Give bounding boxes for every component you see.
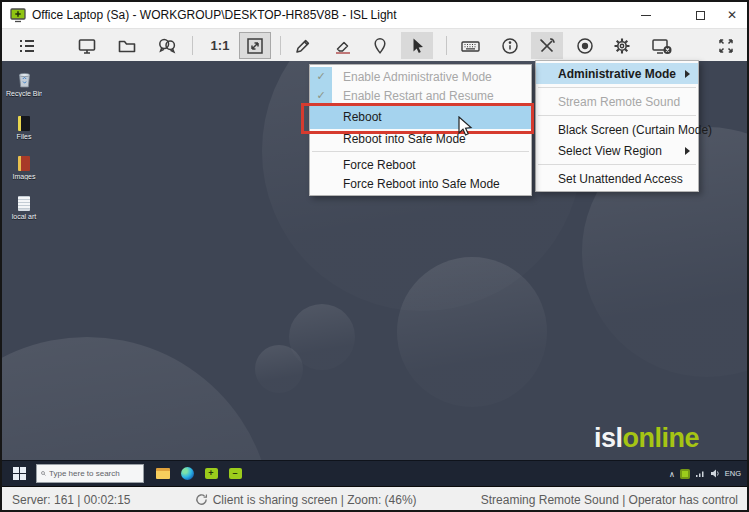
menu-item-label: Select View Region <box>558 144 662 158</box>
taskbar-isl-light-button[interactable]: + <box>199 461 223 487</box>
desktop-icon-images[interactable]: Images <box>6 153 42 180</box>
marker-button[interactable] <box>364 32 396 59</box>
menu-item-label: Enable Administrative Mode <box>332 67 492 86</box>
document-icon <box>18 196 30 211</box>
keyboard-button[interactable] <box>454 32 486 59</box>
desktop-view-button[interactable] <box>71 32 103 59</box>
menu-item-enable-restart-and-resume: ✓ Enable Restart and Resume <box>310 86 531 105</box>
status-sharing-info: Client is sharing screen | Zoom: (46%) <box>195 493 417 507</box>
minimize-button[interactable] <box>630 2 662 28</box>
background-circle <box>255 345 303 393</box>
tools-dropdown-menu: Administrative Mode Stream Remote Sound … <box>535 60 699 192</box>
isl-alwayson-icon: – <box>229 468 242 479</box>
fit-to-screen-button[interactable] <box>239 32 271 59</box>
menu-item-label: Reboot <box>332 105 382 129</box>
keyboard-icon <box>460 36 481 56</box>
tray-chevron-icon[interactable]: ∧ <box>669 470 675 479</box>
taskbar-file-explorer-button[interactable] <box>151 461 175 487</box>
checkmark-icon: ✓ <box>310 67 332 86</box>
chat-button[interactable] <box>151 32 183 59</box>
chat-bubbles-icon <box>157 36 177 56</box>
menu-item-black-screen[interactable]: Black Screen (Curtain Mode) <box>536 119 698 140</box>
desktop-icon-files[interactable]: Files <box>6 113 42 140</box>
session-menu-button[interactable] <box>11 32 43 59</box>
cursor-arrow-icon <box>407 36 427 56</box>
file-transfer-button[interactable] <box>111 32 143 59</box>
menu-item-reboot-into-safe-mode[interactable]: Reboot into Safe Mode <box>310 129 531 148</box>
edge-browser-icon <box>181 467 194 480</box>
disconnect-button[interactable] <box>646 32 678 59</box>
zoom-1to1-button[interactable]: 1:1 <box>204 32 236 59</box>
maximize-icon <box>696 11 705 20</box>
maximize-button[interactable] <box>684 2 716 28</box>
file-explorer-icon <box>156 468 170 479</box>
isl-app-icon <box>10 7 26 23</box>
tray-isl-icon[interactable] <box>680 469 690 479</box>
erase-button[interactable] <box>327 32 359 59</box>
system-tray: ∧ ENG <box>669 469 747 479</box>
submenu-arrow-icon <box>685 147 690 155</box>
menu-separator <box>538 164 696 165</box>
windows-logo-icon <box>13 467 26 480</box>
menu-item-stream-remote-sound: Stream Remote Sound <box>536 91 698 112</box>
submenu-arrow-icon <box>685 70 690 78</box>
taskbar-isl-alwayson-button[interactable]: – <box>223 461 247 487</box>
menu-item-label: Reboot into Safe Mode <box>332 129 466 148</box>
menu-item-label: Enable Restart and Resume <box>332 86 494 105</box>
scale-arrow-icon <box>245 36 265 56</box>
record-button[interactable] <box>569 32 601 59</box>
menu-item-select-view-region[interactable]: Select View Region <box>536 140 698 161</box>
menu-item-administrative-mode[interactable]: Administrative Mode <box>536 63 698 84</box>
menu-item-label: Set Unattended Access <box>558 172 683 186</box>
search-input[interactable] <box>49 469 139 478</box>
close-button[interactable]: ✕ <box>716 2 748 28</box>
tools-icon <box>537 36 557 56</box>
menu-item-set-unattended-access[interactable]: Set Unattended Access <box>536 168 698 189</box>
images-folder-icon <box>18 156 30 171</box>
session-toolbar: 1:1 <box>2 28 747 61</box>
location-pin-icon <box>370 36 390 56</box>
fullscreen-expand-icon <box>716 36 736 56</box>
logo-online-text: online <box>623 423 700 453</box>
window-title: Office Laptop (Sa) - WORKGROUP\DESKTOP-H… <box>32 8 397 22</box>
menu-item-label: Force Reboot into Safe Mode <box>332 174 500 193</box>
toolbar-separator <box>192 36 193 55</box>
pencil-icon <box>293 36 313 56</box>
toolbar-separator <box>446 36 447 55</box>
menu-item-enable-administrative-mode: ✓ Enable Administrative Mode <box>310 67 531 86</box>
remote-taskbar: + – ∧ ENG <box>2 460 747 486</box>
menu-item-force-reboot[interactable]: Force Reboot <box>310 155 531 174</box>
desktop-icon-recycle-bin[interactable]: Recycle Bin <box>6 70 42 97</box>
menu-item-label: Black Screen (Curtain Mode) <box>558 123 712 137</box>
isl-light-icon: + <box>205 468 218 479</box>
settings-button[interactable] <box>606 32 638 59</box>
status-server-info: Server: 161 | 00:02:15 <box>12 493 131 507</box>
menu-separator <box>538 87 696 88</box>
network-icon[interactable] <box>695 469 705 478</box>
draw-button[interactable] <box>287 32 319 59</box>
taskbar-search[interactable] <box>36 464 144 483</box>
one-to-one-icon: 1:1 <box>211 38 230 53</box>
islonline-logo: islonline <box>594 423 699 454</box>
disconnect-monitor-icon <box>651 36 673 56</box>
logo-isl-text: isl <box>594 423 623 453</box>
tools-button[interactable] <box>531 32 563 59</box>
gear-icon <box>612 36 632 56</box>
fullscreen-button[interactable] <box>710 32 742 59</box>
isl-light-window: Office Laptop (Sa) - WORKGROUP\DESKTOP-H… <box>0 0 749 512</box>
close-icon: ✕ <box>727 9 737 21</box>
desktop-icon-local-art[interactable]: local art <box>6 193 42 220</box>
checkmark-icon: ✓ <box>310 86 332 105</box>
menu-item-force-reboot-into-safe-mode[interactable]: Force Reboot into Safe Mode <box>310 174 531 193</box>
taskbar-edge-button[interactable] <box>175 461 199 487</box>
menu-separator <box>312 151 529 152</box>
search-icon <box>41 469 46 478</box>
folder-icon <box>117 36 137 56</box>
start-button[interactable] <box>2 461 36 487</box>
speaker-icon[interactable] <box>710 469 720 478</box>
pointer-button[interactable] <box>401 32 433 59</box>
language-indicator[interactable]: ENG <box>725 469 741 478</box>
info-button[interactable] <box>494 32 526 59</box>
background-circle <box>397 257 547 407</box>
menu-item-reboot[interactable]: Reboot <box>310 105 531 129</box>
